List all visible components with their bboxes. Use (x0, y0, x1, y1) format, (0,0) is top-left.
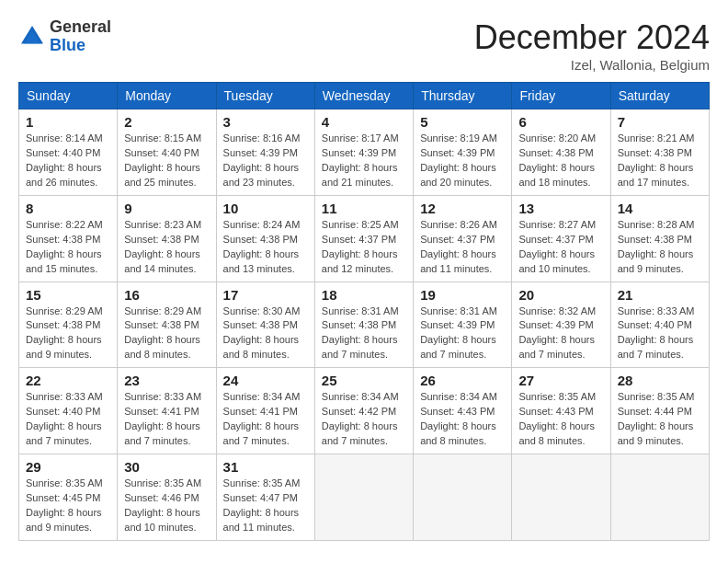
day-info: Sunrise: 8:29 AM Sunset: 4:38 PM Dayligh… (124, 304, 209, 363)
day-number: 23 (124, 373, 209, 388)
calendar-day: 19Sunrise: 8:31 AM Sunset: 4:39 PM Dayli… (414, 282, 512, 368)
day-info: Sunrise: 8:24 AM Sunset: 4:38 PM Dayligh… (223, 218, 308, 277)
calendar-day: 10Sunrise: 8:24 AM Sunset: 4:38 PM Dayli… (216, 195, 314, 282)
day-info: Sunrise: 8:21 AM Sunset: 4:38 PM Dayligh… (618, 132, 702, 190)
day-info: Sunrise: 8:26 AM Sunset: 4:37 PM Dayligh… (420, 218, 505, 277)
logo-general-text: General (50, 17, 111, 36)
weekday-header-row: SundayMondayTuesdayWednesdayThursdayFrid… (19, 83, 710, 109)
day-number: 4 (322, 114, 406, 130)
day-number: 24 (223, 373, 308, 388)
calendar-day: 3Sunrise: 8:16 AM Sunset: 4:39 PM Daylig… (216, 109, 314, 196)
weekday-header: Monday (118, 83, 216, 109)
day-number: 1 (26, 114, 110, 130)
calendar-week-row: 1Sunrise: 8:14 AM Sunset: 4:40 PM Daylig… (19, 109, 710, 196)
day-info: Sunrise: 8:35 AM Sunset: 4:43 PM Dayligh… (518, 390, 603, 449)
calendar-day: 21Sunrise: 8:33 AM Sunset: 4:40 PM Dayli… (610, 282, 709, 368)
calendar-day: 9Sunrise: 8:23 AM Sunset: 4:38 PM Daylig… (118, 195, 216, 282)
day-number: 12 (420, 201, 505, 216)
calendar-day: 26Sunrise: 8:34 AM Sunset: 4:43 PM Dayli… (414, 368, 512, 454)
day-info: Sunrise: 8:35 AM Sunset: 4:46 PM Dayligh… (124, 477, 209, 535)
calendar-day: 20Sunrise: 8:32 AM Sunset: 4:39 PM Dayli… (512, 282, 610, 368)
calendar-day: 4Sunrise: 8:17 AM Sunset: 4:39 PM Daylig… (314, 109, 413, 196)
calendar-day: 1Sunrise: 8:14 AM Sunset: 4:40 PM Daylig… (19, 109, 118, 196)
calendar-day: 2Sunrise: 8:15 AM Sunset: 4:40 PM Daylig… (118, 109, 216, 196)
day-info: Sunrise: 8:17 AM Sunset: 4:39 PM Dayligh… (322, 132, 406, 190)
weekday-header: Tuesday (216, 83, 314, 109)
day-number: 8 (26, 201, 110, 216)
calendar-day: 28Sunrise: 8:35 AM Sunset: 4:44 PM Dayli… (610, 368, 709, 454)
calendar-day: 15Sunrise: 8:29 AM Sunset: 4:38 PM Dayli… (19, 282, 118, 368)
day-info: Sunrise: 8:33 AM Sunset: 4:40 PM Dayligh… (618, 304, 702, 363)
day-info: Sunrise: 8:29 AM Sunset: 4:38 PM Dayligh… (26, 304, 110, 363)
day-info: Sunrise: 8:28 AM Sunset: 4:38 PM Dayligh… (618, 218, 702, 277)
calendar-day: 31Sunrise: 8:35 AM Sunset: 4:47 PM Dayli… (216, 454, 314, 541)
day-number: 9 (124, 201, 209, 216)
day-info: Sunrise: 8:34 AM Sunset: 4:43 PM Dayligh… (420, 390, 505, 449)
day-number: 17 (223, 287, 308, 303)
empty-day (610, 454, 709, 541)
day-number: 6 (518, 114, 603, 130)
calendar-day: 27Sunrise: 8:35 AM Sunset: 4:43 PM Dayli… (512, 368, 610, 454)
day-number: 3 (223, 114, 308, 130)
day-info: Sunrise: 8:34 AM Sunset: 4:42 PM Dayligh… (322, 390, 406, 449)
logo-blue-text: Blue (50, 36, 85, 54)
day-info: Sunrise: 8:23 AM Sunset: 4:38 PM Dayligh… (124, 218, 209, 277)
day-info: Sunrise: 8:31 AM Sunset: 4:39 PM Dayligh… (420, 304, 505, 363)
day-number: 10 (223, 201, 308, 216)
weekday-header: Saturday (610, 83, 709, 109)
day-number: 14 (618, 201, 702, 216)
page-header: General Blue December 2024 Izel, Walloni… (18, 18, 710, 73)
day-number: 13 (518, 201, 603, 216)
day-number: 28 (618, 373, 702, 388)
day-info: Sunrise: 8:19 AM Sunset: 4:39 PM Dayligh… (420, 132, 505, 190)
day-info: Sunrise: 8:31 AM Sunset: 4:38 PM Dayligh… (322, 304, 406, 363)
calendar-day: 24Sunrise: 8:34 AM Sunset: 4:41 PM Dayli… (216, 368, 314, 454)
day-info: Sunrise: 8:27 AM Sunset: 4:37 PM Dayligh… (518, 218, 603, 277)
day-number: 26 (420, 373, 505, 388)
day-info: Sunrise: 8:15 AM Sunset: 4:40 PM Dayligh… (124, 132, 209, 190)
calendar-week-row: 8Sunrise: 8:22 AM Sunset: 4:38 PM Daylig… (19, 195, 710, 282)
weekday-header: Sunday (19, 83, 118, 109)
calendar-day: 14Sunrise: 8:28 AM Sunset: 4:38 PM Dayli… (610, 195, 709, 282)
day-number: 25 (322, 373, 406, 388)
calendar-day: 22Sunrise: 8:33 AM Sunset: 4:40 PM Dayli… (19, 368, 118, 454)
weekday-header: Wednesday (314, 83, 413, 109)
calendar-day: 16Sunrise: 8:29 AM Sunset: 4:38 PM Dayli… (118, 282, 216, 368)
calendar-day: 30Sunrise: 8:35 AM Sunset: 4:46 PM Dayli… (118, 454, 216, 541)
day-number: 30 (124, 459, 209, 475)
day-info: Sunrise: 8:16 AM Sunset: 4:39 PM Dayligh… (223, 132, 308, 190)
day-number: 15 (26, 287, 110, 303)
calendar-day: 7Sunrise: 8:21 AM Sunset: 4:38 PM Daylig… (610, 109, 709, 196)
day-number: 22 (26, 373, 110, 388)
calendar-day: 5Sunrise: 8:19 AM Sunset: 4:39 PM Daylig… (414, 109, 512, 196)
calendar-week-row: 22Sunrise: 8:33 AM Sunset: 4:40 PM Dayli… (19, 368, 710, 454)
location: Izel, Wallonia, Belgium (474, 57, 710, 73)
calendar-day: 17Sunrise: 8:30 AM Sunset: 4:38 PM Dayli… (216, 282, 314, 368)
title-block: December 2024 Izel, Wallonia, Belgium (474, 18, 710, 73)
day-number: 21 (618, 287, 702, 303)
calendar-day: 6Sunrise: 8:20 AM Sunset: 4:38 PM Daylig… (512, 109, 610, 196)
day-info: Sunrise: 8:20 AM Sunset: 4:38 PM Dayligh… (518, 132, 603, 190)
logo: General Blue (18, 18, 111, 55)
calendar-day: 8Sunrise: 8:22 AM Sunset: 4:38 PM Daylig… (19, 195, 118, 282)
calendar-day: 25Sunrise: 8:34 AM Sunset: 4:42 PM Dayli… (314, 368, 413, 454)
day-info: Sunrise: 8:30 AM Sunset: 4:38 PM Dayligh… (223, 304, 308, 363)
day-number: 7 (618, 114, 702, 130)
day-info: Sunrise: 8:34 AM Sunset: 4:41 PM Dayligh… (223, 390, 308, 449)
day-number: 11 (322, 201, 406, 216)
day-number: 19 (420, 287, 505, 303)
day-info: Sunrise: 8:25 AM Sunset: 4:37 PM Dayligh… (322, 218, 406, 277)
empty-day (414, 454, 512, 541)
day-number: 2 (124, 114, 209, 130)
calendar-week-row: 29Sunrise: 8:35 AM Sunset: 4:45 PM Dayli… (19, 454, 710, 541)
day-info: Sunrise: 8:33 AM Sunset: 4:41 PM Dayligh… (124, 390, 209, 449)
weekday-header: Thursday (414, 83, 512, 109)
calendar-day: 29Sunrise: 8:35 AM Sunset: 4:45 PM Dayli… (19, 454, 118, 541)
day-info: Sunrise: 8:35 AM Sunset: 4:45 PM Dayligh… (26, 477, 110, 535)
day-info: Sunrise: 8:14 AM Sunset: 4:40 PM Dayligh… (26, 132, 110, 190)
day-info: Sunrise: 8:35 AM Sunset: 4:44 PM Dayligh… (618, 390, 702, 449)
day-info: Sunrise: 8:35 AM Sunset: 4:47 PM Dayligh… (223, 477, 308, 535)
day-info: Sunrise: 8:33 AM Sunset: 4:40 PM Dayligh… (26, 390, 110, 449)
month-title: December 2024 (474, 18, 710, 57)
empty-day (314, 454, 413, 541)
